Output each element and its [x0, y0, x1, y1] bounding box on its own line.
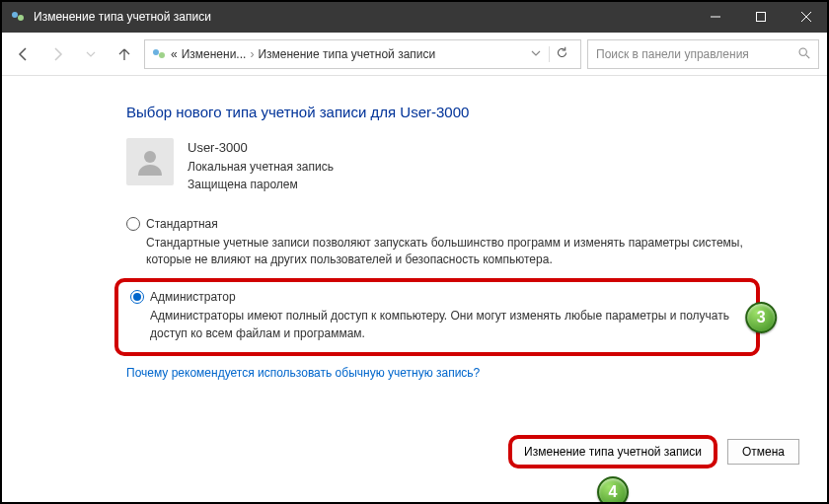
- users-icon: [151, 46, 167, 62]
- cancel-label: Отмена: [742, 445, 785, 459]
- change-type-label: Изменение типа учетной записи: [524, 445, 702, 459]
- user-password-status: Защищена паролем: [188, 176, 334, 193]
- address-dropdown[interactable]: [527, 47, 545, 61]
- svg-rect-3: [757, 12, 766, 21]
- svg-line-9: [806, 54, 809, 57]
- close-button[interactable]: [784, 0, 829, 33]
- option-admin-label: Администратор: [150, 290, 236, 304]
- window-title: Изменение типа учетной записи: [34, 10, 693, 24]
- button-row: Изменение типа учетной записи 4 Отмена: [508, 435, 799, 468]
- crumb-prefix: «: [171, 47, 178, 61]
- recent-dropdown[interactable]: [77, 40, 105, 68]
- app-icon: [10, 9, 26, 25]
- search-input[interactable]: Поиск в панели управления: [587, 39, 819, 69]
- svg-point-0: [12, 12, 18, 18]
- maximize-button[interactable]: [738, 0, 784, 33]
- option-standard-label: Стандартная: [146, 217, 218, 231]
- svg-point-8: [799, 48, 806, 55]
- svg-point-1: [18, 15, 24, 21]
- radio-standard[interactable]: [126, 217, 140, 231]
- avatar: [126, 138, 174, 185]
- option-standard[interactable]: Стандартная Стандартные учетные записи п…: [126, 217, 760, 269]
- svg-point-6: [153, 49, 159, 55]
- address-bar[interactable]: « Изменени... › Изменение типа учетной з…: [144, 39, 581, 69]
- user-info: User-3000 Локальная учетная запись Защищ…: [188, 138, 334, 193]
- cancel-button[interactable]: Отмена: [727, 439, 799, 465]
- breadcrumb-1[interactable]: Изменени...: [182, 47, 247, 61]
- titlebar: Изменение типа учетной записи: [0, 0, 829, 33]
- back-button[interactable]: [10, 40, 38, 68]
- chevron-right-icon: ›: [250, 47, 254, 61]
- change-type-button[interactable]: Изменение типа учетной записи: [508, 435, 717, 468]
- search-placeholder: Поиск в панели управления: [596, 47, 749, 61]
- up-button[interactable]: [111, 40, 138, 68]
- search-icon: [797, 46, 810, 62]
- content: Выбор нового типа учетной записи для Use…: [0, 76, 829, 381]
- annotation-badge-4: 4: [597, 476, 629, 504]
- help-link[interactable]: Почему рекомендуется использовать обычну…: [126, 366, 480, 380]
- annotation-badge-3: 3: [745, 302, 777, 333]
- option-standard-desc: Стандартные учетные записи позволяют зап…: [146, 235, 760, 269]
- option-admin-desc: Администраторы имеют полный доступ к ком…: [150, 308, 744, 342]
- highlight-admin: Администратор Администраторы имеют полны…: [114, 278, 760, 356]
- svg-point-10: [144, 151, 156, 163]
- forward-button[interactable]: [43, 40, 71, 68]
- option-admin[interactable]: Администратор Администраторы имеют полны…: [130, 290, 744, 342]
- user-account-type: Локальная учетная запись: [188, 158, 334, 176]
- breadcrumb-2[interactable]: Изменение типа учетной записи: [258, 47, 435, 61]
- navbar: « Изменени... › Изменение типа учетной з…: [0, 33, 829, 76]
- user-name: User-3000: [188, 138, 334, 158]
- minimize-button[interactable]: [693, 0, 738, 33]
- refresh-button[interactable]: [549, 46, 574, 62]
- radio-admin[interactable]: [130, 290, 144, 304]
- user-summary: User-3000 Локальная учетная запись Защищ…: [126, 138, 760, 193]
- page-heading: Выбор нового типа учетной записи для Use…: [126, 104, 760, 120]
- svg-point-7: [159, 52, 165, 58]
